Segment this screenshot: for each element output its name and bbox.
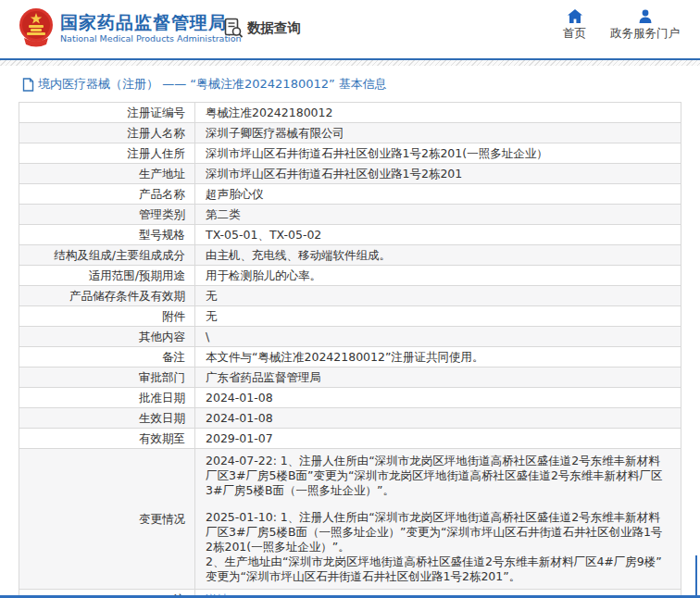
row-value: 2024-01-08: [195, 408, 681, 428]
nav-portal[interactable]: 政务服务门户: [610, 9, 680, 42]
table-row: 备注本文件与“粤械注准20242180012”注册证共同使用。: [19, 347, 681, 368]
table-row: 适用范围/预期用途用于检测胎儿的心率。: [19, 266, 681, 286]
table-row: 产品储存条件及有效期无: [19, 286, 681, 306]
row-label: 型号规格: [19, 225, 195, 244]
table-row: 其他内容\: [19, 327, 681, 347]
info-table: 注册证编号粤械注准20242180012注册人名称深圳子卿医疗器械有限公司注册人…: [19, 102, 681, 598]
breadcrumb-text: 境内医疗器械（注册） —— “粤械注准20242180012” 基本信息: [38, 76, 387, 93]
row-label: 产品名称: [19, 184, 195, 204]
table-row: 附件无: [19, 306, 681, 327]
row-value: 粤械注准20242180012: [195, 103, 681, 122]
row-label: 生产地址: [19, 164, 195, 183]
row-label: 批准日期: [19, 388, 195, 407]
table-row: 注册人名称深圳子卿医疗器械有限公司: [19, 123, 681, 143]
nav-portal-label: 政务服务门户: [610, 26, 680, 42]
brand-text: 国家药品监督管理局 National Medical Products Admi…: [60, 11, 242, 44]
row-value: 由主机、充电线、移动端软件组成。: [195, 245, 681, 265]
document-icon: [22, 78, 34, 92]
right-edge-accent: [695, 555, 697, 598]
row-value: TX-05-01、TX-05-02: [195, 225, 681, 244]
row-label: 变更情况: [19, 449, 195, 589]
row-label: 产品储存条件及有效期: [19, 286, 195, 305]
top-nav: 首页 政务服务门户: [563, 9, 680, 42]
table-row: 批准日期2024-01-08: [19, 388, 681, 408]
row-label: 备注: [19, 347, 195, 367]
row-label: 注册人住所: [19, 143, 195, 163]
row-value: 本文件与“粤械注准20242180012”注册证共同使用。: [195, 347, 681, 367]
national-emblem-icon: [19, 7, 54, 48]
row-label: 适用范围/预期用途: [19, 266, 195, 285]
row-label: 生效日期: [19, 408, 195, 428]
data-query-label: 数据查询: [247, 19, 301, 37]
table-row: 生效日期2024-01-08: [19, 408, 681, 429]
row-label: 审批部门: [19, 368, 195, 387]
row-value: 深圳市坪山区石井街道石井社区创业路1号2栋201(一照多址企业）: [195, 143, 681, 163]
site-header: 国家药品监督管理局 National Medical Products Admi…: [0, 0, 700, 58]
row-label: 有效期至: [19, 429, 195, 448]
row-value: 2024-07-22: 1、注册人住所由“深圳市龙岗区坪地街道高桥社区盛佳道2号…: [195, 449, 681, 589]
table-row: 注册证编号粤械注准20242180012: [19, 103, 681, 123]
nmpa-logo[interactable]: 国家药品监督管理局 National Medical Products Admi…: [19, 7, 242, 48]
change-paragraph: 2025-01-10: 1、注册人住所由“深圳市龙岗区坪地街道高桥社区盛佳道2号…: [206, 510, 669, 554]
table-row: 结构及组成/主要组成成分由主机、充电线、移动端软件组成。: [19, 245, 681, 266]
doc-search-icon: [224, 18, 244, 38]
row-value: 2024-01-08: [195, 388, 681, 407]
page: 国家药品监督管理局 National Medical Products Admi…: [0, 0, 700, 598]
nav-home[interactable]: 首页: [563, 9, 586, 42]
row-value: 超声胎心仪: [195, 184, 681, 204]
table-row: 注册人住所深圳市坪山区石井街道石井社区创业路1号2栋201(一照多址企业）: [19, 143, 681, 164]
site-title: 国家药品监督管理局: [60, 11, 242, 33]
row-value: \: [195, 327, 681, 346]
row-value: 深圳子卿医疗器械有限公司: [195, 123, 681, 143]
table-row: 管理类别第二类: [19, 205, 681, 225]
table-row: 变更情况2024-07-22: 1、注册人住所由“深圳市龙岗区坪地街道高桥社区盛…: [19, 449, 681, 590]
row-value: 无: [195, 306, 681, 326]
breadcrumb: 境内医疗器械（注册） —— “粤械注准20242180012” 基本信息: [19, 66, 681, 102]
data-query-tab[interactable]: 数据查询: [224, 18, 301, 38]
table-row: 型号规格TX-05-01、TX-05-02: [19, 225, 681, 245]
row-label: 其他内容: [19, 327, 195, 346]
row-value: 深圳市坪山区石井街道石井社区创业路1号2栋201: [195, 164, 681, 183]
row-label: 管理类别: [19, 205, 195, 224]
row-label: 附件: [19, 306, 195, 326]
change-paragraph: 2024-07-22: 1、注册人住所由“深圳市龙岗区坪地街道高桥社区盛佳道2号…: [206, 454, 669, 498]
row-label: 注册证编号: [19, 103, 195, 122]
site-subtitle: National Medical Products Administration: [60, 33, 242, 44]
row-label: 注册人名称: [19, 123, 195, 143]
row-label: 结构及组成/主要组成成分: [19, 245, 195, 265]
row-value: 第二类: [195, 205, 681, 224]
row-value: 2029-01-07: [195, 429, 681, 448]
change-paragraph: 2、生产地址由“深圳市龙岗区坪地街道高桥社区盛佳道2号东维丰新材料厂区4#厂房9…: [206, 554, 669, 584]
table-row: 有效期至2029-01-07: [19, 429, 681, 449]
home-icon: [568, 9, 582, 23]
user-icon: [638, 9, 653, 23]
row-value: 广东省药品监督管理局: [195, 368, 681, 387]
table-row: 生产地址深圳市坪山区石井街道石井社区创业路1号2栋201: [19, 164, 681, 184]
nav-home-label: 首页: [563, 26, 586, 42]
table-row: 产品名称超声胎心仪: [19, 184, 681, 205]
row-value: 无: [195, 286, 681, 305]
table-row: 审批部门广东省药品监督管理局: [19, 368, 681, 388]
row-value: 用于检测胎儿的心率。: [195, 266, 681, 285]
